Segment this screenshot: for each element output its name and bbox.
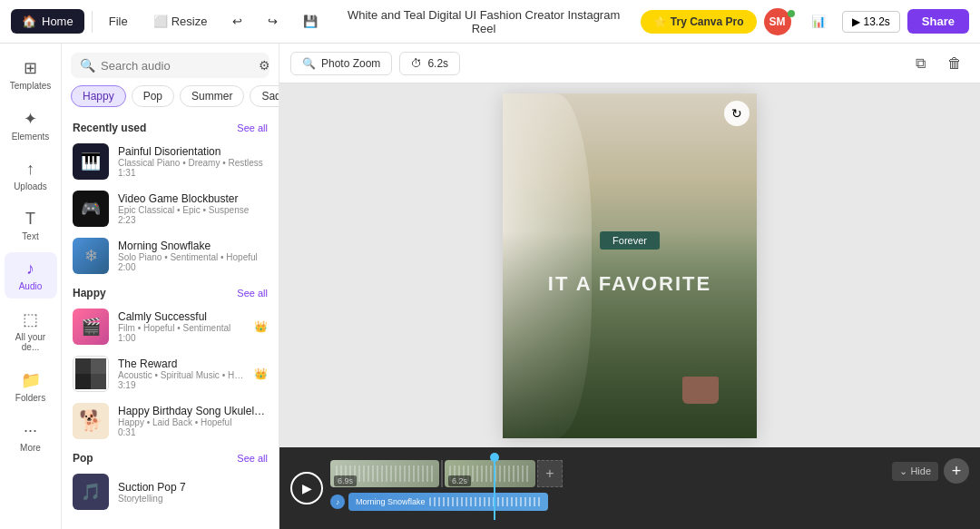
sidebar-item-uploads[interactable]: ↑ Uploads [5,152,57,199]
search-icon: 🔍 [80,58,95,73]
all-icon: ⬚ [23,309,38,329]
topbar-divider [92,11,93,33]
uploads-label: Uploads [14,181,47,191]
sidebar-item-elements[interactable]: ✦ Elements [5,102,57,149]
list-item[interactable]: 🎬 Calmly Successful Film • Hopeful • Sen… [62,303,279,350]
book-cell-2 [91,358,106,374]
add-clip-button[interactable]: + [537,460,563,487]
canvas-frame: Forever IT A FAVORITE ↻ [503,93,757,438]
audio-info-p1: Suction Pop 7 Storytelling [118,481,268,504]
happy-title: Happy [73,287,106,299]
search-input[interactable] [101,59,253,73]
pop-title: Pop [73,452,93,465]
audio-title-h1: Calmly Successful [118,310,245,323]
resize-button[interactable]: ⬜ Resize [144,9,217,34]
audio-info-2: Video Game Blockbuster Epic Classical • … [118,192,268,225]
file-button[interactable]: File [100,9,137,34]
share-button[interactable]: Share [907,9,969,34]
resize-icon: ⬜ [153,15,168,28]
recently-used-title: Recently used [73,122,146,134]
book-cell-1 [75,358,91,374]
canvas-image: Forever IT A FAVORITE [503,93,757,438]
sidebar-item-folders[interactable]: 📁 Folders [5,363,57,410]
sidebar-item-all[interactable]: ⬚ All your de... [5,302,57,359]
audio-panel: 🔍 ⚙ Happy Pop Summer Sad Piano Recently … [62,44,279,529]
list-item[interactable]: The Reward Acoustic • Spiritual Music • … [62,350,279,397]
sidebar-item-more[interactable]: ··· More [5,414,57,460]
photo-zoom-button[interactable]: 🔍 Photo Zoom [290,52,392,75]
canvas-main: Forever IT A FAVORITE ↻ [279,83,980,447]
audio-meta-h2: Acoustic • Spiritual Music • Hopeful • [118,370,245,380]
photo-zoom-icon: 🔍 [302,57,316,70]
templates-icon: ⊞ [24,58,37,78]
video-clip-1[interactable]: 6.9s [330,460,439,487]
hide-button[interactable]: ⌄ Hide [892,462,938,481]
elements-label: Elements [12,132,50,142]
recently-used-see-all[interactable]: See all [237,122,268,133]
filter-icon[interactable]: ⚙ [259,58,270,73]
audio-duration-1: 1:31 [118,168,268,178]
sidebar-item-text[interactable]: T Text [5,202,57,249]
sidebar-item-templates[interactable]: ⊞ Templates [5,51,57,98]
folders-icon: 📁 [21,370,41,390]
home-icon: 🏠 [22,15,36,28]
delete-button[interactable]: 🗑 [940,51,969,76]
save-button[interactable]: 💾 [294,9,327,34]
copy-button[interactable]: ⧉ [908,51,933,76]
avatar[interactable]: SM [764,8,791,35]
pop-see-all[interactable]: See all [237,453,268,464]
tag-happy[interactable]: Happy [71,85,126,107]
happy-see-all[interactable]: See all [237,288,268,299]
audio-meta-3: Solo Piano • Sentimental • Hopeful [118,252,268,262]
book-cell-4 [91,374,106,389]
canvas-area: 🔍 Photo Zoom ⏱ 6.2s ⧉ 🗑 [279,44,980,529]
audio-thumb-3: ❄ [73,238,109,274]
topbar-left: 🏠 Home File ⬜ Resize ↩ ↪ 💾 [11,9,327,34]
audio-duration-3: 2:00 [118,262,268,272]
document-title: White and Teal Digital UI Fashion Creato… [334,8,632,35]
play-button[interactable]: ▶ [290,472,323,505]
list-item[interactable]: 🎹 Painful Disorientation Classical Piano… [62,138,279,185]
text-label: Text [22,231,38,241]
timeline-tracks: ⌄ Hide + 6.9s [330,456,969,520]
audio-thumb-1: 🎹 [73,143,109,180]
undo-button[interactable]: ↩ [223,9,251,34]
text-icon: T [25,210,35,229]
audio-waveform [429,497,541,506]
audio-thumb-p1: 🎵 [73,474,109,510]
audio-thumb-2: 🎮 [73,191,109,227]
tag-sad[interactable]: Sad [250,85,279,107]
chart-icon-button[interactable]: 📊 [802,9,835,34]
audio-clip[interactable]: Morning Snowflake [348,493,548,511]
video-clip-2[interactable]: 6.2s [445,460,535,487]
elements-icon: ✦ [24,109,37,129]
more-icon: ··· [24,421,37,440]
audio-info-h1: Calmly Successful Film • Hopeful • Senti… [118,310,245,343]
refresh-button[interactable]: ↻ [724,101,750,126]
more-label: More [20,443,41,453]
audio-meta-2: Epic Classical • Epic • Suspense [118,205,268,215]
main-layout: ⊞ Templates ✦ Elements ↑ Uploads T Text … [0,44,980,529]
play-icon: ▶ [302,481,312,495]
try-canva-button[interactable]: ⭐ Try Canva Pro [641,10,757,34]
duration-badge[interactable]: ▶ 13.2s [842,11,900,33]
pop-section-header: Pop See all [62,445,279,468]
audio-track-icon: ♪ [330,495,345,509]
home-button[interactable]: 🏠 Home [11,9,84,34]
tag-summer[interactable]: Summer [180,85,244,107]
templates-label: Templates [10,81,52,91]
list-item[interactable]: 🎮 Video Game Blockbuster Epic Classical … [62,185,279,232]
list-item[interactable]: ❄ Morning Snowflake Solo Piano • Sentime… [62,232,279,279]
piano-icon: 🎹 [81,152,101,171]
audio-title-h2: The Reward [118,358,245,370]
redo-button[interactable]: ↪ [259,9,287,34]
list-item[interactable]: 🐕 Happy Birthday Song Ukulele Ver... Hap… [62,397,279,445]
play-icon-small: ▶ [852,15,860,28]
list-item[interactable]: 🎵 Suction Pop 7 Storytelling [62,468,279,515]
audio-meta-h3: Happy • Laid Back • Hopeful [118,417,268,427]
search-box[interactable]: 🔍 ⚙ [71,53,270,78]
add-page-button[interactable]: + [944,458,969,484]
time-display: ⏱ 6.2s [399,52,460,75]
sidebar-item-audio[interactable]: ♪ Audio [5,252,57,299]
tag-pop[interactable]: Pop [132,85,174,107]
